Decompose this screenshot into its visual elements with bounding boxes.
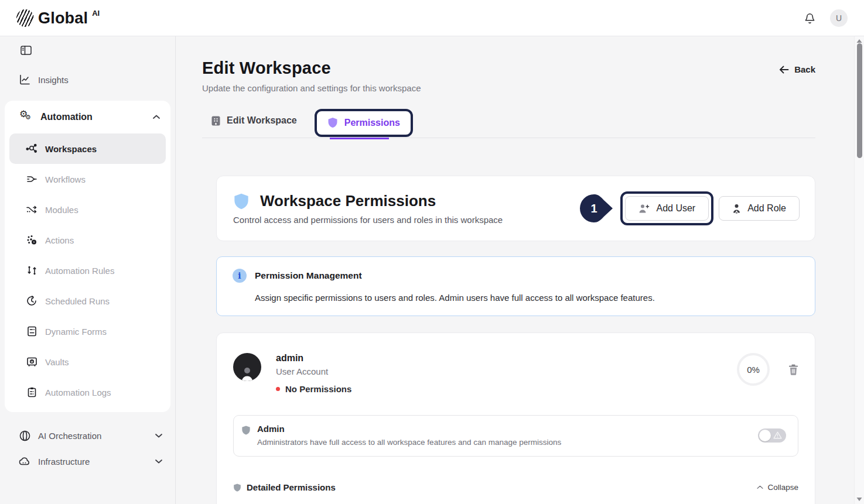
global-ai-logo: Global AI <box>16 8 100 28</box>
dynamic-forms-icon <box>26 326 37 337</box>
logo-text: Global <box>38 8 88 28</box>
sidebar-group-automation[interactable]: ⚙⚙ Automation <box>5 101 170 133</box>
shield-icon <box>233 193 250 210</box>
annotation-box-permissions-tab: Permissions <box>315 109 413 137</box>
status-dot-icon <box>276 387 280 391</box>
user-avatar[interactable]: U <box>830 9 848 27</box>
role-person-icon <box>732 204 741 214</box>
sidebar-item-infrastructure[interactable]: Infrastructure <box>0 448 175 474</box>
shield-icon <box>233 483 241 492</box>
sidebar-item-label: Insights <box>38 75 69 85</box>
sidebar-item-label: Workflows <box>45 174 86 184</box>
arrow-left-icon <box>779 66 789 74</box>
infrastructure-cloud-icon <box>19 457 30 467</box>
sidebar: Insights ⚙⚙ Automation <box>0 36 176 504</box>
page-layout: Insights ⚙⚙ Automation <box>0 36 864 504</box>
user-account-type: User Account <box>276 366 351 376</box>
annotation-box-add-user: Add User <box>620 191 713 225</box>
automation-rules-icon <box>26 265 37 276</box>
sidebar-item-ai-orchestration[interactable]: AI Orchestration <box>0 423 175 448</box>
sidebar-item-modules[interactable]: Modules <box>9 194 166 225</box>
chevron-down-icon <box>155 433 162 438</box>
app-header: Global AI U <box>0 0 864 36</box>
automation-logs-icon <box>26 387 37 397</box>
logo-superscript: AI <box>92 9 100 18</box>
sidebar-item-automation-logs[interactable]: Automation Logs <box>9 377 166 407</box>
sidebar-item-actions[interactable]: Actions <box>9 225 166 255</box>
admin-permission-toggle[interactable] <box>758 428 786 443</box>
tab-label: Edit Workspace <box>227 115 297 126</box>
active-tab-underline <box>330 138 389 139</box>
add-role-button[interactable]: Add Role <box>719 196 800 221</box>
scrollbar-down-arrow-icon[interactable] <box>856 497 862 502</box>
permission-description: Administrators have full access to all w… <box>257 438 561 447</box>
trash-icon <box>788 364 798 375</box>
sidebar-item-label: Automation Rules <box>45 266 114 276</box>
logo-sphere-icon <box>16 9 34 27</box>
sidebar-item-label: Infrastructure <box>38 457 90 467</box>
sidebar-item-automation-rules[interactable]: Automation Rules <box>9 255 166 286</box>
collapse-label: Collapse <box>767 483 798 492</box>
sidebar-item-label: Scheduled Runs <box>45 296 110 306</box>
sidebar-item-label: Workspaces <box>45 144 97 154</box>
sidebar-item-scheduled-runs[interactable]: Scheduled Runs <box>9 286 166 316</box>
back-label: Back <box>794 64 815 74</box>
detailed-permissions-label: Detailed Permissions <box>247 482 336 492</box>
actions-icon <box>26 235 37 245</box>
group-label: Automation <box>40 112 93 122</box>
warning-triangle-icon <box>773 431 782 439</box>
sidebar-item-dynamic-forms[interactable]: Dynamic Forms <box>9 316 166 347</box>
sidebar-toggle-icon[interactable] <box>21 46 32 55</box>
back-button[interactable]: Back <box>779 64 815 74</box>
sidebar-item-label: AI Orchestration <box>38 431 101 441</box>
modules-icon <box>26 204 37 215</box>
scheduled-runs-icon <box>26 296 37 306</box>
chevron-up-icon <box>757 485 763 489</box>
permission-management-info-box: i Permission Management Assign specific … <box>216 256 815 316</box>
notifications-bell-icon[interactable] <box>804 12 816 25</box>
info-description: Assign specific permissions to users and… <box>255 293 801 303</box>
add-user-button[interactable]: Add User <box>625 196 709 221</box>
card-title: Workspace Permissions <box>260 192 436 210</box>
button-label: Add User <box>656 203 695 214</box>
admin-permission-row: Admin Administrators have full access to… <box>233 415 798 457</box>
sidebar-item-insights[interactable]: Insights <box>0 67 175 92</box>
svg-text:1: 1 <box>591 202 597 215</box>
workspace-permissions-card: Workspace Permissions Control access and… <box>216 176 815 241</box>
person-icon <box>238 366 256 381</box>
card-subtitle: Control access and permissions for users… <box>233 215 503 225</box>
sidebar-item-label: Actions <box>45 235 74 245</box>
tab-label: Permissions <box>344 118 400 128</box>
info-title: Permission Management <box>255 270 362 281</box>
sidebar-item-label: Automation Logs <box>45 388 111 397</box>
vaults-icon <box>26 356 37 367</box>
insights-chart-icon <box>19 74 30 85</box>
user-plus-icon <box>638 204 650 214</box>
workflows-icon <box>26 174 37 184</box>
detailed-permissions-header: Detailed Permissions Collapse <box>233 482 798 492</box>
user-avatar-dark <box>233 353 261 381</box>
progress-ring: 0% <box>737 353 770 386</box>
sidebar-item-workflows[interactable]: Workflows <box>9 164 166 194</box>
tab-edit-workspace[interactable]: Edit Workspace <box>202 107 306 138</box>
info-icon: i <box>233 269 247 283</box>
status-badge: No Permissions <box>276 384 351 394</box>
shield-icon <box>327 117 338 128</box>
chevron-up-icon <box>153 115 160 119</box>
collapse-button[interactable]: Collapse <box>757 483 798 492</box>
workspaces-icon <box>26 143 37 154</box>
chevron-down-icon <box>155 459 162 464</box>
button-label: Add Role <box>747 203 786 214</box>
user-permission-card: admin User Account No Permissions 0% <box>216 332 815 504</box>
vertical-scrollbar[interactable] <box>854 36 864 504</box>
tab-bar: Edit Workspace Permissions <box>202 107 815 138</box>
permission-title: Admin <box>257 424 561 434</box>
scrollbar-up-arrow-icon[interactable] <box>856 39 862 43</box>
main-content: Edit Workspace Back Update the configura… <box>176 36 864 504</box>
scrollbar-thumb[interactable] <box>857 43 862 158</box>
tab-permissions[interactable]: Permissions <box>327 117 400 128</box>
sidebar-item-workspaces[interactable]: Workspaces <box>9 133 166 164</box>
header-actions: U <box>804 9 848 27</box>
sidebar-item-vaults[interactable]: Vaults <box>9 347 166 377</box>
delete-user-button[interactable] <box>788 364 798 375</box>
